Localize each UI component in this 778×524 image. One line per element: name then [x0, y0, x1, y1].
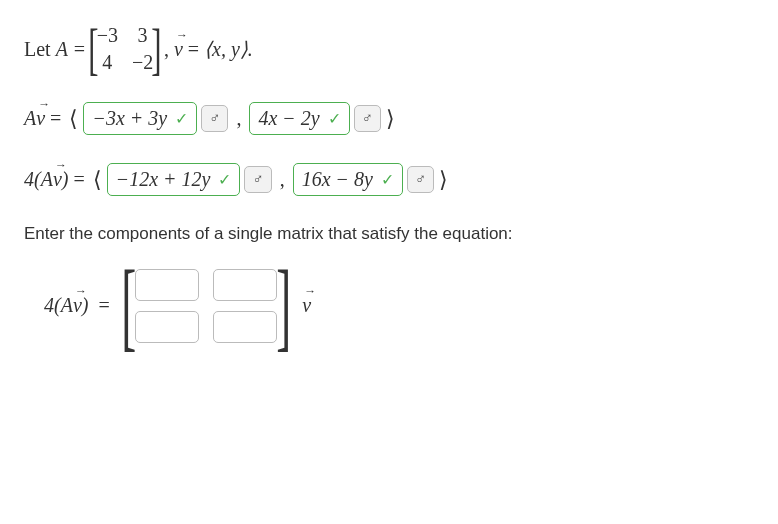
gear-icon: ♂ — [415, 171, 426, 188]
let-text: Let — [24, 38, 51, 61]
answer-2-expr: 4x − 2y — [258, 107, 319, 130]
gear-icon: ♂ — [252, 171, 263, 188]
four-av-row: 4(Av) = ⟨ −12x + 12y ✓ ♂ , 16x − 8y ✓ ♂ … — [24, 163, 754, 196]
final-equation-row: 4(Av) = [ ] v — [44, 268, 754, 343]
angle-left: ⟨ — [93, 167, 102, 193]
gear-icon: ♂ — [362, 110, 373, 127]
right-bracket: ] — [151, 27, 161, 72]
xy-tuple: ⟨x, y⟩. — [204, 37, 253, 61]
comma-sep: , — [280, 168, 285, 191]
cell-a21: 4 — [97, 51, 118, 74]
right-bracket-big: ] — [276, 268, 291, 343]
answer-4-expr: 16x − 8y — [302, 168, 373, 191]
input-matrix: [ ] — [122, 268, 291, 343]
eq: = — [188, 38, 199, 61]
av-row: Av = ⟨ −3x + 3y ✓ ♂ , 4x − 2y ✓ ♂ ⟩ — [24, 102, 754, 135]
final-lhs: 4(Av) — [44, 294, 88, 317]
check-icon: ✓ — [218, 170, 231, 189]
final-v: v — [302, 294, 311, 317]
answer-box-3[interactable]: −12x + 12y ✓ — [107, 163, 241, 196]
answer-box-1[interactable]: −3x + 3y ✓ — [83, 102, 197, 135]
left-bracket-big: [ — [121, 268, 136, 343]
check-icon: ✓ — [381, 170, 394, 189]
check-icon: ✓ — [175, 109, 188, 128]
answer-1-expr: −3x + 3y — [92, 107, 167, 130]
answer-3-expr: −12x + 12y — [116, 168, 211, 191]
left-bracket: [ — [88, 27, 98, 72]
comma-sep: , — [236, 107, 241, 130]
matrix-input-11[interactable] — [135, 269, 199, 301]
definition-row: Let A = [ −3 3 4 −2 ] , v = ⟨x, y⟩. — [24, 24, 754, 74]
reload-button-1[interactable]: ♂ — [201, 105, 228, 132]
comma: , — [164, 38, 169, 61]
av-lhs: Av — [24, 107, 45, 130]
reload-button-3[interactable]: ♂ — [244, 166, 271, 193]
answer-box-2[interactable]: 4x − 2y ✓ — [249, 102, 349, 135]
reload-button-2[interactable]: ♂ — [354, 105, 381, 132]
matrix-input-12[interactable] — [213, 269, 277, 301]
cell-a22: −2 — [132, 51, 153, 74]
matrix-input-21[interactable] — [135, 311, 199, 343]
matrix-input-22[interactable] — [213, 311, 277, 343]
cell-a11: −3 — [97, 24, 118, 47]
four-av-lhs: 4(Av) — [24, 168, 68, 191]
angle-right: ⟩ — [386, 106, 395, 132]
reload-button-4[interactable]: ♂ — [407, 166, 434, 193]
final-eq: = — [98, 294, 109, 317]
check-icon: ✓ — [328, 109, 341, 128]
angle-right: ⟩ — [439, 167, 448, 193]
angle-left: ⟨ — [69, 106, 78, 132]
instruction-text: Enter the components of a single matrix … — [24, 224, 754, 244]
answer-box-4[interactable]: 16x − 8y ✓ — [293, 163, 403, 196]
a-equals: A = — [56, 38, 86, 61]
matrix-a: [ −3 3 4 −2 ] — [90, 24, 160, 74]
cell-a12: 3 — [132, 24, 153, 47]
gear-icon: ♂ — [209, 110, 220, 127]
vector-v: v — [174, 38, 183, 61]
